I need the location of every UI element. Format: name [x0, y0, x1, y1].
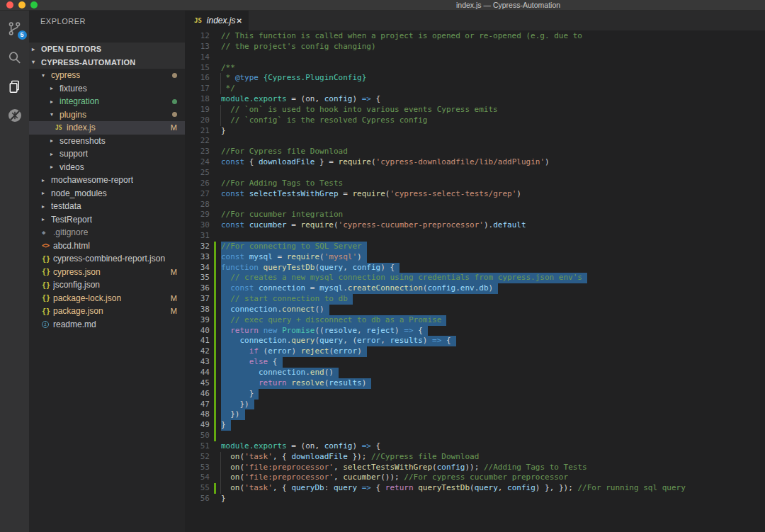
- tree-item-plugins[interactable]: ▾plugins: [29, 108, 185, 122]
- tree-item-testdata[interactable]: ▸testdata: [29, 200, 185, 213]
- tree-item-jsconfig-json[interactable]: {}jsconfig.json: [29, 278, 185, 292]
- tree-item--gitignore[interactable]: ◆.gitignore: [29, 226, 185, 239]
- titlebar: index.js — Cypress-Automation: [0, 0, 765, 11]
- minimize-window-button[interactable]: [18, 1, 26, 9]
- code-line-54[interactable]: 54 on('file:preprocessor', cucumber()); …: [185, 472, 765, 483]
- tree-item-screenshots[interactable]: ▸screenshots: [29, 135, 185, 148]
- code-line-44[interactable]: 44 connection.end(): [185, 368, 765, 378]
- close-icon[interactable]: ✕: [237, 17, 242, 25]
- code-line-45[interactable]: 45 return resolve(results): [185, 378, 765, 389]
- code-line-27[interactable]: 27const selectTestsWithGrep = require('c…: [185, 189, 765, 200]
- bug-slash-icon[interactable]: [5, 106, 25, 125]
- git-status-dot: [172, 73, 177, 78]
- tab-index-js[interactable]: JS index.js ✕: [185, 11, 249, 30]
- code-text: const cucumber = require('cypress-cucumb…: [221, 220, 526, 231]
- tree-item-readme-md[interactable]: ireadme.md: [29, 318, 185, 332]
- tree-item-videos[interactable]: ▸videos: [29, 161, 185, 174]
- code-line-30[interactable]: 30const cucumber = require('cypress-cucu…: [185, 220, 765, 231]
- window-title: index.js — Cypress-Automation: [456, 0, 560, 11]
- code-line-35[interactable]: 35 // creates a new mysql connection usi…: [185, 273, 765, 283]
- line-number: 55: [185, 483, 210, 494]
- code-line-17[interactable]: 17 */: [185, 84, 765, 94]
- code-line-33[interactable]: 33const mysql = require('mysql'): [185, 252, 765, 263]
- code-line-12[interactable]: 12// This function is called when a proj…: [185, 31, 765, 42]
- code-line-23[interactable]: 23//For Cypress file Download: [185, 147, 765, 157]
- line-number: 25: [185, 168, 210, 179]
- code-line-40[interactable]: 40 return new Promise((resolve, reject) …: [185, 326, 765, 336]
- code-line-24[interactable]: 24const { downloadFile } = require('cypr…: [185, 157, 765, 168]
- explorer-icon[interactable]: [5, 77, 25, 96]
- zoom-window-button[interactable]: [30, 1, 38, 9]
- code-text: const selectTestsWithGrep = require('cyp…: [221, 189, 521, 200]
- tree-item-index-js[interactable]: JSindex.jsM: [29, 121, 185, 135]
- tree-item-integration[interactable]: ▸integration: [29, 95, 185, 108]
- git-added-gutter: [214, 378, 216, 389]
- code-line-31[interactable]: 31: [185, 231, 765, 242]
- code-line-37[interactable]: 37 // start connection to db: [185, 294, 765, 305]
- code-area[interactable]: 12// This function is called when a proj…: [185, 30, 765, 532]
- code-line-41[interactable]: 41 connection.query(query, (error, resul…: [185, 336, 765, 346]
- section-header-open-editors[interactable]: ▸OPEN EDITORS: [29, 43, 185, 56]
- json-file-icon: {}: [42, 281, 53, 289]
- code-line-53[interactable]: 53 on('file:preprocessor', selectTestsWi…: [185, 463, 765, 473]
- tree-item-abcd-html[interactable]: <>abcd.html: [29, 239, 185, 253]
- code-line-55[interactable]: 55 on('task', { queryDb: query => { retu…: [185, 483, 765, 494]
- tab-bar: JS index.js ✕: [185, 11, 765, 30]
- code-line-34[interactable]: 34function queryTestDb(query, config) {: [185, 263, 765, 273]
- code-line-43[interactable]: 43 else {: [185, 357, 765, 368]
- code-line-13[interactable]: 13// the project's config changing): [185, 42, 765, 52]
- code-line-14[interactable]: 14: [185, 52, 765, 63]
- search-icon[interactable]: [5, 47, 25, 67]
- code-line-50[interactable]: 50: [185, 431, 765, 441]
- code-line-46[interactable]: 46 }: [185, 389, 765, 400]
- tree-item-cypress-combined-report-json[interactable]: {}cypress-combined-report.json: [29, 252, 185, 266]
- tree-item-node-modules[interactable]: ▸node_modules: [29, 187, 185, 200]
- tree-item-cypress-json[interactable]: {}cypress.jsonM: [29, 266, 185, 279]
- code-line-19[interactable]: 19 // `on` is used to hook into various …: [185, 105, 765, 115]
- tree-item-cypress[interactable]: ▾cypress: [29, 69, 185, 82]
- code-line-48[interactable]: 48 }): [185, 409, 765, 420]
- code-line-47[interactable]: 47 }): [185, 400, 765, 410]
- code-line-42[interactable]: 42 if (error) reject(error): [185, 346, 765, 357]
- line-number: 53: [185, 463, 210, 473]
- code-text: }: [221, 126, 226, 137]
- code-line-25[interactable]: 25: [185, 168, 765, 179]
- code-line-52[interactable]: 52 on('task', { downloadFile }); //Cypre…: [185, 452, 765, 463]
- item-label: readme.md: [53, 319, 96, 329]
- code-line-15[interactable]: 15/**: [185, 63, 765, 74]
- code-line-39[interactable]: 39 // exec query + disconnect to db as a…: [185, 315, 765, 326]
- code-line-20[interactable]: 20 // `config` is the resolved Cypress c…: [185, 115, 765, 126]
- chevron-right-icon: ▸: [42, 203, 51, 210]
- section-header-cypress-automation[interactable]: ▾CYPRESS-AUTOMATION: [29, 56, 185, 69]
- code-text: }: [221, 494, 226, 504]
- code-line-18[interactable]: 18module.exports = (on, config) => {: [185, 94, 765, 105]
- tree-item-mochawesome-report[interactable]: ▸mochawesome-report: [29, 174, 185, 187]
- git-added-gutter: [214, 336, 216, 346]
- code-line-49[interactable]: 49}: [185, 420, 765, 431]
- close-window-button[interactable]: [6, 1, 13, 9]
- info-file-icon: i: [42, 321, 49, 328]
- git-added-gutter: [214, 305, 216, 315]
- code-line-38[interactable]: 38 connection.connect(): [185, 305, 765, 315]
- tree-item-testreport[interactable]: ▸TestReport: [29, 213, 185, 227]
- code-line-26[interactable]: 26//For Adding Tags to Tests: [185, 179, 765, 189]
- code-line-22[interactable]: 22: [185, 136, 765, 147]
- line-number: 44: [185, 368, 210, 378]
- line-number: 39: [185, 315, 210, 326]
- tree-item-package-json[interactable]: {}package.jsonM: [29, 305, 185, 318]
- tree-item-package-lock-json[interactable]: {}package-lock.jsonM: [29, 292, 185, 305]
- code-line-51[interactable]: 51module.exports = (on, config) => {: [185, 441, 765, 452]
- tree-item-support[interactable]: ▸support: [29, 147, 185, 161]
- git-added-gutter: [214, 409, 216, 420]
- code-line-36[interactable]: 36 const connection = mysql.createConnec…: [185, 283, 765, 294]
- code-line-56[interactable]: 56}: [185, 494, 765, 504]
- code-line-32[interactable]: 32//For connecting to SQL Server: [185, 242, 765, 252]
- tree-item-fixtures[interactable]: ▸fixtures: [29, 82, 185, 96]
- code-line-28[interactable]: 28: [185, 200, 765, 210]
- code-line-21[interactable]: 21}: [185, 126, 765, 137]
- chevron-right-icon: ▸: [50, 137, 60, 144]
- line-number: 33: [185, 252, 210, 263]
- code-line-16[interactable]: 16 * @type {Cypress.PluginConfig}: [185, 73, 765, 84]
- source-control-icon[interactable]: 5: [5, 18, 25, 38]
- code-line-29[interactable]: 29//For cucumber integration: [185, 210, 765, 220]
